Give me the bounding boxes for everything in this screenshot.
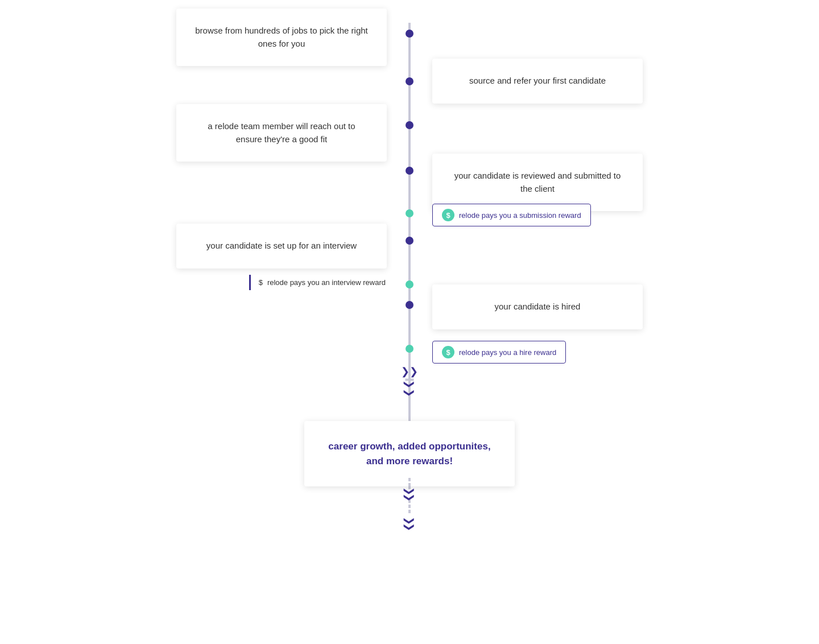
chevron-3: ❯❯ [403, 487, 416, 499]
dot-1 [406, 30, 413, 38]
dashed-section-1 [408, 357, 411, 366]
card-team-reach-out: a relode team member will reach out to e… [176, 104, 387, 162]
dot-3 [406, 121, 413, 129]
dot-teal-hire [406, 345, 413, 353]
submission-reward-badge: $ relode pays you a submission reward [432, 204, 591, 226]
dashed-section-5 [408, 499, 411, 513]
card-candidate-interview: your candidate is set up for an intervie… [176, 224, 387, 269]
card-browse-jobs: browse from hundreds of jobs to pick the… [176, 9, 387, 66]
interview-reward-badge: $ relode pays you an interview reward [249, 275, 394, 290]
dollar-icon-hire: $ [442, 346, 454, 358]
dot-teal-interview [406, 280, 413, 288]
hire-reward-badge: $ relode pays you a hire reward [432, 341, 566, 364]
center-line [408, 23, 411, 489]
dot-teal-submission [406, 209, 413, 217]
dot-6 [406, 301, 413, 309]
chevron-1: ❯❯ [401, 366, 418, 377]
dashed-section-4 [408, 478, 411, 486]
dot-5 [406, 237, 413, 245]
chevron-2: ❯❯ [404, 380, 415, 397]
dollar-icon-submission: $ [442, 209, 454, 221]
card-candidate-hired: your candidate is hired [432, 284, 643, 329]
card-candidate-reviewed: your candidate is reviewed and submitted… [432, 154, 643, 211]
card-source-refer: source and refer your first candidate [432, 59, 643, 104]
bottom-card: career growth, added opportunites, and m… [304, 421, 515, 486]
timeline-container: browse from hundreds of jobs to pick the… [0, 0, 819, 644]
dot-4 [406, 167, 413, 175]
dot-2 [406, 77, 413, 85]
chevron-4: ❯❯ [403, 517, 416, 529]
dollar-icon-interview: $ [259, 278, 263, 287]
